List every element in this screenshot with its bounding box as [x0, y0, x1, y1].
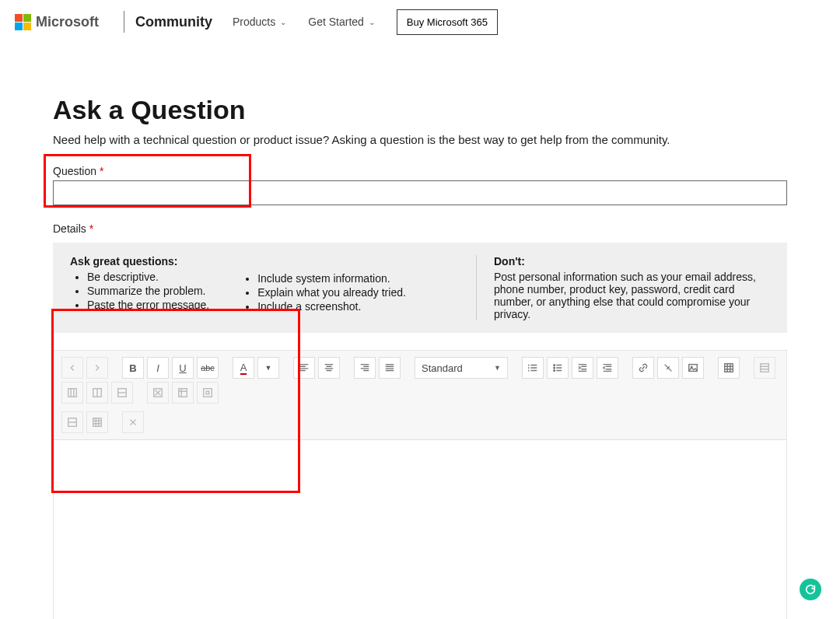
- svg-point-2: [554, 370, 555, 372]
- chevron-down-icon: ▼: [494, 364, 501, 372]
- svg-rect-7: [68, 389, 77, 397]
- hints-do-heading: Ask great questions:: [70, 255, 209, 268]
- hint-item: Paste the error message.: [87, 299, 209, 311]
- link-button[interactable]: [632, 357, 654, 379]
- site-header: Microsoft Community Products ⌄ Get Start…: [0, 0, 840, 44]
- align-right-button[interactable]: [354, 357, 376, 379]
- required-marker: *: [100, 165, 103, 177]
- hints-do-section: Ask great questions: Be descriptive. Sum…: [70, 255, 459, 320]
- nav-products[interactable]: Products ⌄: [233, 16, 286, 28]
- hint-item: Summarize the problem.: [87, 285, 209, 297]
- question-field-label: Question *: [53, 165, 787, 177]
- unlink-button[interactable]: [657, 357, 679, 379]
- bulleted-list-button[interactable]: [547, 357, 569, 379]
- svg-rect-5: [725, 364, 733, 372]
- align-justify-button[interactable]: [379, 357, 401, 379]
- clear-format-button[interactable]: [122, 411, 144, 433]
- undo-button[interactable]: [61, 357, 83, 379]
- grammarly-badge-icon[interactable]: [800, 579, 821, 600]
- section-label[interactable]: Community: [135, 14, 212, 30]
- details-label-text: Details: [53, 222, 86, 235]
- svg-point-1: [554, 367, 555, 369]
- redo-button[interactable]: [86, 357, 108, 379]
- hints-divider: [476, 255, 477, 320]
- delete-table-button[interactable]: [147, 382, 169, 404]
- svg-rect-14: [93, 418, 102, 427]
- table-row-button[interactable]: [754, 357, 775, 379]
- paragraph-style-dropdown[interactable]: Standard ▼: [415, 357, 508, 379]
- table-cell-button[interactable]: [86, 382, 108, 404]
- brand-label: Microsoft: [36, 14, 99, 30]
- question-label-text: Question: [53, 165, 96, 177]
- page-subtitle: Need help with a technical question or p…: [53, 133, 787, 146]
- text-color-button[interactable]: A: [233, 357, 254, 379]
- chevron-down-icon: ⌄: [280, 18, 286, 26]
- outdent-button[interactable]: [597, 357, 618, 379]
- nav-get-started-label: Get Started: [308, 16, 364, 28]
- required-marker: *: [89, 222, 93, 235]
- hint-item: Include system information.: [257, 272, 406, 285]
- nav-products-label: Products: [233, 16, 275, 28]
- editor-toolbar: B I U abc A ▼ Standard ▼: [54, 351, 786, 440]
- align-center-button[interactable]: [318, 357, 340, 379]
- strikethrough-button[interactable]: abc: [197, 357, 219, 379]
- paragraph-style-value: Standard: [422, 362, 463, 374]
- hint-item: Be descriptive.: [87, 271, 209, 283]
- table-cell2-button[interactable]: [111, 382, 133, 404]
- hints-dont-section: Don't: Post personal information such as…: [494, 255, 770, 320]
- insert-table-button[interactable]: [718, 357, 740, 379]
- image-button[interactable]: [682, 357, 704, 379]
- indent-button[interactable]: [572, 357, 593, 379]
- hint-item: Include a screenshot.: [257, 300, 406, 313]
- table-col-button[interactable]: [61, 382, 83, 404]
- table-merge-button[interactable]: [197, 382, 219, 404]
- svg-rect-12: [204, 389, 212, 397]
- table-extra2-button[interactable]: [86, 411, 108, 433]
- underline-button[interactable]: U: [172, 357, 194, 379]
- buy-microsoft-365-button[interactable]: Buy Microsoft 365: [397, 9, 498, 35]
- nav-get-started[interactable]: Get Started ⌄: [308, 16, 375, 28]
- header-divider: [124, 11, 124, 33]
- hints-dont-heading: Don't:: [494, 255, 770, 268]
- numbered-list-button[interactable]: [522, 357, 544, 379]
- details-field-label: Details *: [53, 222, 787, 235]
- chevron-down-icon: ⌄: [369, 18, 375, 26]
- svg-rect-3: [689, 365, 698, 372]
- italic-button[interactable]: I: [147, 357, 169, 379]
- svg-rect-11: [179, 389, 187, 397]
- question-input[interactable]: [53, 180, 787, 205]
- main-content: Ask a Question Need help with a technica…: [0, 44, 840, 619]
- svg-point-0: [554, 365, 555, 366]
- bold-button[interactable]: B: [122, 357, 144, 379]
- hint-item: Explain what you already tried.: [257, 286, 406, 299]
- hints-panel: Ask great questions: Be descriptive. Sum…: [53, 243, 787, 333]
- hints-dont-text: Post personal information such as your e…: [494, 271, 770, 320]
- details-editor-body[interactable]: [54, 440, 786, 619]
- rich-text-editor: B I U abc A ▼ Standard ▼: [53, 350, 787, 619]
- align-left-button[interactable]: [293, 357, 315, 379]
- microsoft-logo-icon: [14, 13, 31, 30]
- table-extra1-button[interactable]: [61, 411, 83, 433]
- svg-rect-6: [761, 364, 769, 372]
- table-props-button[interactable]: [172, 382, 194, 404]
- page-title: Ask a Question: [53, 95, 787, 125]
- text-color-dropdown[interactable]: ▼: [257, 357, 279, 379]
